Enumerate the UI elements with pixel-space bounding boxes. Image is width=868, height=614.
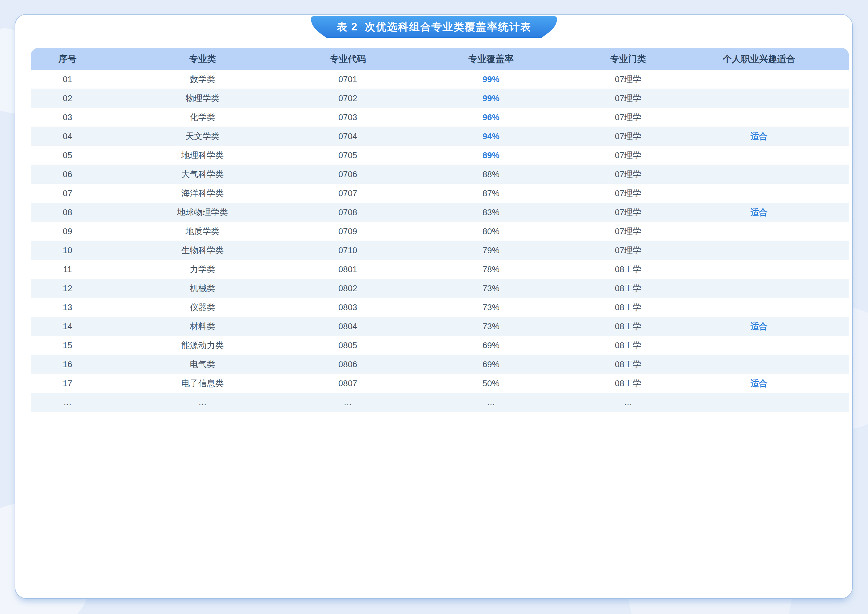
cell-fit [669,222,849,241]
cell-coverage: 73% [395,317,587,336]
cell-fit [669,393,849,412]
cell-discipline: 08工学 [587,317,669,336]
cell-serial: 09 [31,222,104,241]
table-row: 01 数学类 0701 99% 07理学 [31,70,849,89]
cell-code: 0801 [301,260,395,279]
cell-coverage: 50% [395,374,587,393]
cell-category: … [104,393,301,412]
cell-fit: 适合 [669,374,849,393]
cell-category: 化学类 [104,107,301,127]
cell-serial: 15 [31,336,104,354]
cell-category: 地球物理学类 [104,203,301,222]
cell-code: 0802 [301,279,395,298]
cell-coverage: 96% [395,107,587,127]
cell-category: 天文学类 [104,127,301,146]
cell-fit [669,354,849,374]
table-row: 04 天文学类 0704 94% 07理学 适合 [31,127,849,146]
cell-discipline: 07理学 [587,203,669,222]
cell-category: 生物科学类 [104,241,301,260]
cell-serial: 08 [31,203,104,222]
cell-coverage: 99% [395,70,587,89]
cell-fit [669,70,849,89]
cell-code: 0703 [301,107,395,127]
cell-coverage: 94% [395,127,587,146]
table-row: 13 仪器类 0803 73% 08工学 [31,298,849,317]
cell-category: 材料类 [104,317,301,336]
table-row: 14 材料类 0804 73% 08工学 适合 [31,317,849,336]
cell-serial: 10 [31,241,104,260]
cell-code: 0701 [301,70,395,89]
cell-fit: 适合 [669,203,849,222]
cell-serial: 17 [31,374,104,393]
cell-code: 0702 [301,89,395,107]
column-header-fit: 个人职业兴趣适合 [669,48,849,70]
cell-code: 0710 [301,241,395,260]
table-body: 01 数学类 0701 99% 07理学 02 物理学类 0702 99% 07… [31,70,849,412]
table-row: 02 物理学类 0702 99% 07理学 [31,89,849,107]
cell-fit [669,298,849,317]
table-row: 09 地质学类 0709 80% 07理学 [31,222,849,241]
cell-fit [669,241,849,260]
cell-category: 电子信息类 [104,374,301,393]
cell-code: 0806 [301,354,395,374]
table-row: 16 电气类 0806 69% 08工学 [31,354,849,374]
cell-serial: 06 [31,165,104,183]
cell-discipline: … [587,393,669,412]
cell-serial: 01 [31,70,104,89]
cell-coverage: 83% [395,203,587,222]
cell-fit [669,146,849,165]
cell-fit [669,260,849,279]
cell-fit [669,183,849,203]
cell-category: 海洋科学类 [104,183,301,203]
cell-coverage: 73% [395,298,587,317]
cell-category: 力学类 [104,260,301,279]
cell-code: 0704 [301,127,395,146]
cell-discipline: 08工学 [587,374,669,393]
cell-fit [669,279,849,298]
cell-coverage: 79% [395,241,587,260]
page-title: 表 2 次优选科组合专业类覆盖率统计表 [311,16,557,38]
column-header-code: 专业代码 [301,48,395,70]
cell-discipline: 07理学 [587,183,669,203]
cell-serial: 14 [31,317,104,336]
cell-category: 能源动力类 [104,336,301,354]
table-row: 08 地球物理学类 0708 83% 07理学 适合 [31,203,849,222]
table-row: 06 大气科学类 0706 88% 07理学 [31,165,849,183]
table-row: 12 机械类 0802 73% 08工学 [31,279,849,298]
table-row: 07 海洋科学类 0707 87% 07理学 [31,183,849,203]
cell-code: 0706 [301,165,395,183]
cell-discipline: 07理学 [587,70,669,89]
cell-discipline: 08工学 [587,279,669,298]
cell-code: 0705 [301,146,395,165]
cell-category: 机械类 [104,279,301,298]
cell-discipline: 07理学 [587,107,669,127]
cell-code: 0708 [301,203,395,222]
cell-code: 0707 [301,183,395,203]
cell-serial: 12 [31,279,104,298]
cell-fit [669,107,849,127]
table-row: … … … … … [31,393,849,412]
cell-category: 地理科学类 [104,146,301,165]
cell-serial: 07 [31,183,104,203]
table-row: 17 电子信息类 0807 50% 08工学 适合 [31,374,849,393]
cell-coverage: 89% [395,146,587,165]
cell-serial: 16 [31,354,104,374]
column-header-serial: 序号 [31,48,104,70]
cell-serial: 03 [31,107,104,127]
cell-discipline: 08工学 [587,354,669,374]
cell-coverage: 87% [395,183,587,203]
cell-code: … [301,393,395,412]
cell-code: 0804 [301,317,395,336]
cell-discipline: 07理学 [587,89,669,107]
table-row: 11 力学类 0801 78% 08工学 [31,260,849,279]
cell-coverage: 80% [395,222,587,241]
cell-coverage: 78% [395,260,587,279]
table-row: 03 化学类 0703 96% 07理学 [31,107,849,127]
cell-category: 仪器类 [104,298,301,317]
cell-category: 电气类 [104,354,301,374]
cell-code: 0803 [301,298,395,317]
cell-discipline: 07理学 [587,241,669,260]
cell-discipline: 08工学 [587,336,669,354]
cell-discipline: 08工学 [587,298,669,317]
cell-fit: 适合 [669,317,849,336]
